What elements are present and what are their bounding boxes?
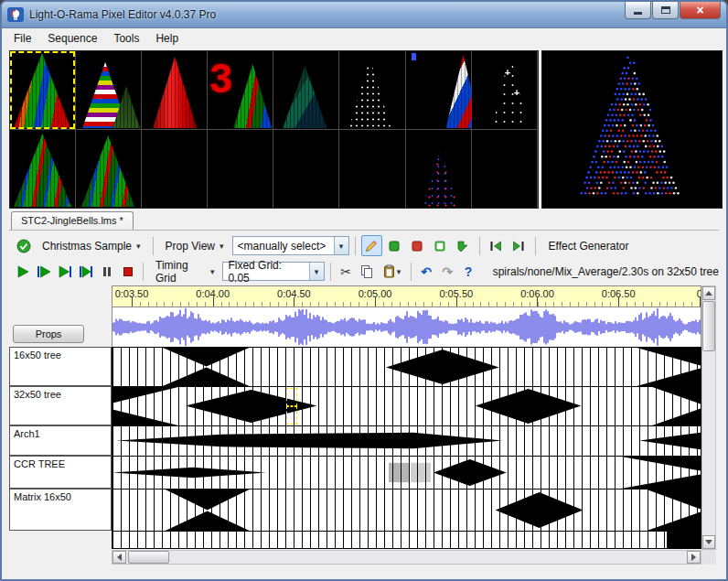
prop-select-combobox[interactable]: <manually select> ▾ [232,236,349,255]
effect-shapes [112,457,701,489]
track-label-16x50-tree[interactable]: 16x50 tree [9,347,112,386]
track-label-32x50-tree[interactable]: 32x50 tree [9,386,112,425]
scroll-down-button[interactable] [702,535,715,549]
scroll-right-button[interactable] [687,551,701,564]
preview-cell[interactable] [406,130,472,209]
stop-icon [121,264,135,279]
window-title: Light-O-Rama Pixel Editor v4.0.37 Pro [29,8,216,21]
paint-tool-button[interactable] [384,235,405,256]
grid-row-arch1[interactable] [112,426,701,457]
play-button[interactable] [13,261,32,282]
cut-button[interactable]: ✂ [337,261,356,282]
minimize-button[interactable] [625,2,651,19]
grid-row-ccr-tree[interactable] [112,457,701,490]
grid-row-overflow[interactable] [112,532,701,549]
menu-item-sequence[interactable]: Sequence [39,30,105,47]
check-icon [16,239,31,253]
horizontal-scroll-thumb[interactable] [128,551,169,564]
preview-cell[interactable] [142,51,208,130]
shift-left-icon [488,239,503,253]
app-logo-icon [7,7,24,22]
undo-button[interactable]: ↶ [417,261,436,282]
paste-button[interactable]: ▾ [379,261,405,282]
tree-thumbnail [283,66,327,128]
track-label-arch1[interactable]: Arch1 [9,425,112,456]
erase-tool-button[interactable] [407,235,428,256]
preview-cell[interactable] [273,130,339,209]
ruler-label: 0:04.50 [266,288,321,299]
preview-cell[interactable] [339,130,405,209]
pause-button[interactable] [97,261,116,282]
audio-waveform[interactable] [112,307,701,347]
menu-item-tools[interactable]: Tools [105,30,147,47]
scroll-left-button[interactable] [112,551,126,564]
play-selection-button[interactable] [55,261,74,282]
pencil-tool-button[interactable] [361,235,382,256]
timeline-ruler[interactable]: 0:03.50 0:04.00 0:04.50 0:05.00 0:05.50 … [112,285,701,307]
sequence-selector-dropdown[interactable]: Christmas Sample ▾ [36,236,147,256]
close-button[interactable]: × [680,2,721,19]
stop-button[interactable] [118,261,137,282]
app-window: Light-O-Rama Pixel Editor v4.0.37 Pro × … [0,0,728,581]
prop-view-dropdown[interactable]: Prop View ▾ [159,236,230,256]
effect-shapes [112,387,701,425]
preview-cell[interactable] [208,130,273,209]
menu-item-help[interactable]: Help [147,30,187,47]
scrollbar-corner [701,550,716,565]
preview-cell-selected[interactable] [10,51,76,130]
grid-row-32x50-tree[interactable] [112,387,701,426]
ruler-label: 0:04.00 [186,288,241,299]
fixed-grid-combobox[interactable]: Fixed Grid: 0.05 ▾ [222,262,324,281]
redo-button[interactable]: ↷ [438,261,457,282]
chevron-down-icon: ▾ [219,242,224,251]
maximize-icon [661,6,670,14]
track-label-ccr-tree[interactable]: CCR TREE [9,456,112,489]
waveform-graphic [112,307,701,347]
red-square-icon [410,239,424,253]
play-from-position-button[interactable] [34,261,53,282]
menu-item-file[interactable]: File [5,30,39,47]
preview-cell[interactable] [273,51,339,130]
effect-shapes [112,532,701,548]
preview-cell[interactable] [76,130,142,209]
track-label-matrix-16x50[interactable]: Matrix 16x50 [9,489,112,531]
tree-thumbnail [233,64,272,128]
maximize-button[interactable] [652,2,679,19]
effect-generator-button[interactable]: Effect Generator [541,236,637,256]
vertical-scroll-thumb[interactable] [702,301,715,351]
preview-cell[interactable] [472,130,538,209]
arrow-up-icon [705,291,712,296]
fill-tool-button[interactable] [453,235,474,256]
effect-status-text: spirals/none/Mix_Average/2.30s on 32x50 … [493,265,719,278]
horizontal-scrollbar[interactable] [112,550,701,565]
preview-cell[interactable]: 3 [208,51,273,130]
preview-cell[interactable] [142,130,208,209]
menu-bar: File Sequence Tools Help [2,28,726,48]
shift-left-button[interactable] [486,235,507,256]
select-tool-button[interactable] [430,235,451,256]
preview-cell[interactable] [76,51,142,130]
grid-row-16x50-tree[interactable] [112,348,701,387]
copy-button[interactable] [358,261,377,282]
preview-cell[interactable] [406,51,472,130]
tab-sequence[interactable]: STC2-JingleBells.lms * [11,211,134,231]
sequence-status-button[interactable] [13,235,34,256]
ruler-label: 0:06.00 [510,288,565,299]
scroll-up-button[interactable] [702,286,715,300]
preview-cell[interactable] [10,130,76,209]
help-button[interactable]: ? [459,261,478,282]
select-square-icon [433,239,447,253]
play-visible-button[interactable] [76,261,95,282]
shift-right-button[interactable] [509,235,530,256]
preview-cell[interactable]: + + [472,51,538,130]
play-selection-icon [58,264,72,279]
arrow-left-icon [117,554,122,561]
preview-cell[interactable] [339,51,405,130]
toolbar-separator [535,237,536,255]
timing-grid-dropdown[interactable]: Timing Grid ▾ [149,255,220,288]
grid-row-matrix-16x50[interactable] [112,490,701,532]
chevron-down-icon: ▾ [136,242,141,251]
vertical-scrollbar[interactable] [701,285,716,550]
props-button[interactable]: Props [13,325,84,343]
effect-shapes [112,426,701,456]
